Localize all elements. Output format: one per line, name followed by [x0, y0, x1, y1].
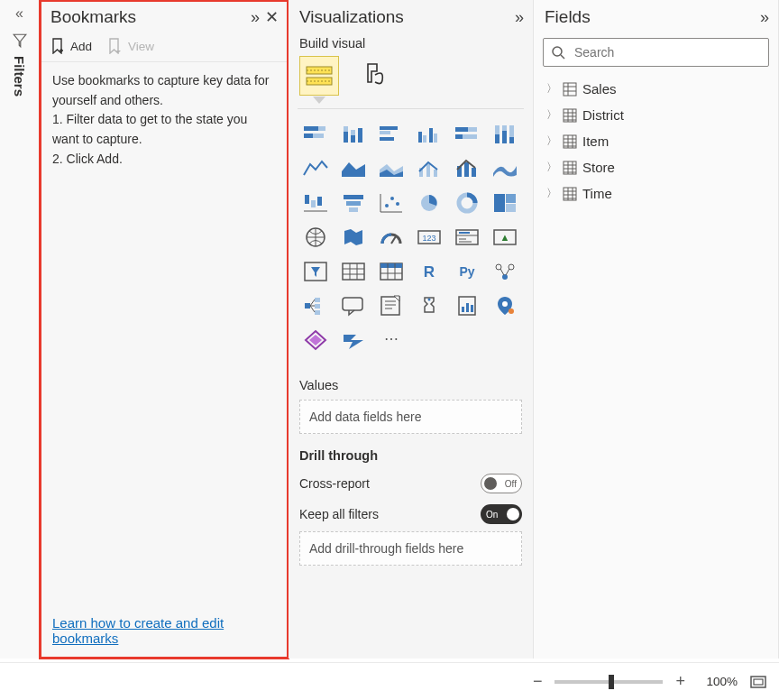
values-label: Values — [289, 365, 533, 398]
viz-type-stacked-column[interactable] — [337, 120, 370, 149]
viz-type-gauge[interactable] — [375, 223, 408, 252]
svg-rect-8 — [344, 132, 348, 143]
viz-type-donut[interactable] — [451, 189, 483, 217]
viz-type-arcgis[interactable] — [489, 291, 521, 320]
svg-rect-9 — [344, 126, 348, 132]
svg-rect-16 — [418, 132, 422, 143]
expand-filters-icon[interactable]: « — [15, 5, 23, 22]
field-table-time[interactable]: 〉 Time — [534, 180, 778, 207]
viz-type-filled-map[interactable] — [337, 223, 370, 252]
svg-point-97 — [428, 299, 431, 301]
svg-point-102 — [502, 301, 508, 307]
viz-type-more[interactable]: ⋯ — [375, 326, 408, 355]
svg-rect-136 — [754, 679, 763, 685]
viz-type-kpi[interactable]: ▲ — [489, 223, 521, 252]
svg-rect-18 — [429, 128, 433, 143]
svg-rect-14 — [380, 131, 390, 134]
build-visual-tab[interactable] — [299, 56, 339, 96]
visualization-type-grid: 123▲RPy⋯ — [289, 109, 533, 365]
svg-rect-99 — [462, 307, 464, 312]
viz-type-stacked-bar-100[interactable] — [451, 120, 483, 149]
viz-type-narrative[interactable] — [375, 291, 408, 320]
svg-rect-13 — [380, 126, 398, 130]
bookmarks-learn-link[interactable]: Learn how to create and edit bookmarks — [52, 615, 224, 646]
viz-type-scatter[interactable] — [375, 189, 408, 217]
svg-line-106 — [561, 55, 564, 59]
svg-line-89 — [310, 299, 315, 306]
field-table-district[interactable]: 〉 District — [534, 102, 778, 128]
svg-rect-37 — [464, 162, 469, 177]
svg-text:⋯: ⋯ — [384, 331, 399, 346]
viz-type-map[interactable] — [299, 223, 332, 252]
format-visual-tab[interactable] — [355, 56, 395, 96]
viz-type-slicer[interactable] — [299, 257, 332, 286]
viz-type-r-visual[interactable]: R — [413, 257, 445, 286]
svg-rect-25 — [495, 134, 499, 143]
svg-rect-88 — [315, 310, 320, 315]
viz-type-stacked-area[interactable] — [375, 154, 408, 183]
viz-type-area[interactable] — [337, 154, 370, 183]
viz-type-matrix[interactable] — [375, 257, 408, 286]
cross-report-toggle[interactable]: Off — [481, 474, 522, 493]
fields-search[interactable] — [543, 38, 769, 67]
keep-filters-toggle[interactable]: On — [481, 504, 522, 524]
filters-pane-collapsed[interactable]: « Filters — [0, 0, 40, 659]
viz-type-py-visual[interactable]: Py — [451, 257, 483, 286]
viz-type-stacked-column-100[interactable] — [489, 120, 521, 149]
svg-point-49 — [390, 197, 394, 200]
add-bookmark-button[interactable]: Add — [50, 38, 92, 54]
field-table-item[interactable]: 〉 Item — [534, 128, 778, 154]
viz-type-treemap[interactable] — [489, 189, 521, 217]
svg-line-91 — [310, 306, 315, 312]
zoom-slider[interactable] — [554, 680, 663, 684]
viz-type-line[interactable] — [299, 154, 332, 183]
viz-type-pie[interactable] — [413, 189, 445, 217]
svg-rect-93 — [381, 297, 399, 315]
viz-type-ribbon[interactable] — [489, 154, 521, 183]
viz-type-table[interactable] — [337, 257, 370, 286]
zoom-out-button[interactable]: − — [533, 672, 543, 691]
viz-type-automate[interactable] — [337, 326, 370, 355]
close-bookmarks-icon[interactable]: ✕ — [265, 7, 279, 27]
collapse-fields-icon[interactable]: » — [760, 8, 769, 27]
viz-type-qna[interactable] — [337, 291, 370, 320]
viz-type-decomposition[interactable] — [299, 291, 332, 320]
chevron-right-icon: 〉 — [546, 134, 557, 149]
fit-to-page-button[interactable] — [750, 676, 766, 688]
fields-search-input[interactable] — [573, 44, 761, 60]
svg-marker-30 — [342, 162, 365, 177]
viz-type-line-clustered[interactable] — [413, 154, 445, 183]
field-table-label: District — [582, 107, 624, 123]
viz-type-waterfall[interactable] — [299, 189, 332, 217]
field-table-sales[interactable]: 〉 Sales — [534, 76, 778, 102]
bookmarks-title: Bookmarks — [50, 7, 136, 27]
drill-through-drop-well[interactable]: Add drill-through fields here — [299, 531, 522, 566]
svg-rect-54 — [506, 194, 516, 203]
viz-type-paginated[interactable] — [451, 291, 483, 320]
collapse-bookmarks-icon[interactable]: » — [251, 8, 260, 27]
viz-type-multi-card[interactable] — [451, 223, 483, 252]
viz-type-goals[interactable] — [413, 291, 445, 320]
viz-type-stacked-bar[interactable] — [299, 120, 332, 149]
svg-rect-85 — [305, 303, 310, 309]
search-icon — [551, 45, 565, 60]
values-drop-well[interactable]: Add data fields here — [299, 400, 522, 434]
fields-tab-icon — [306, 64, 333, 88]
field-table-store[interactable]: 〉 Store — [534, 154, 778, 180]
viz-type-key-influencers[interactable] — [489, 257, 521, 286]
zoom-in-button[interactable]: + — [675, 672, 685, 691]
viz-type-line-stacked[interactable] — [451, 154, 483, 183]
viz-type-card[interactable]: 123 — [413, 223, 445, 252]
svg-rect-7 — [313, 134, 324, 138]
svg-rect-19 — [434, 134, 437, 143]
viz-type-clustered-column[interactable] — [413, 120, 445, 149]
viz-type-funnel[interactable] — [337, 189, 370, 217]
svg-rect-100 — [466, 303, 469, 312]
viz-type-clustered-bar[interactable] — [375, 120, 408, 149]
svg-rect-87 — [315, 304, 320, 309]
svg-text:Py: Py — [459, 264, 474, 279]
fields-title: Fields — [545, 7, 591, 27]
viz-type-powerapps[interactable] — [299, 326, 332, 355]
collapse-visualizations-icon[interactable]: » — [515, 8, 524, 27]
svg-text:▲: ▲ — [500, 232, 510, 243]
